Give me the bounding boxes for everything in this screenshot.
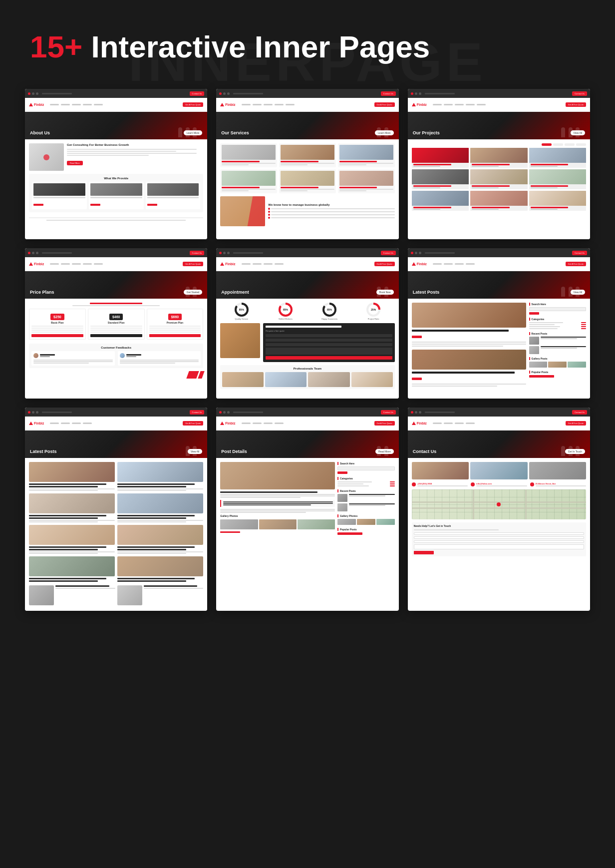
contact-input-phone[interactable]: [414, 540, 584, 543]
about-line: [67, 153, 197, 154]
search-input[interactable]: [529, 307, 586, 311]
appt-input-name[interactable]: [266, 334, 392, 337]
appt-submit-btn[interactable]: [266, 356, 392, 360]
project-label: [412, 206, 469, 211]
contact-input-name[interactable]: [414, 532, 584, 535]
category-item: [337, 483, 395, 484]
post-img: [29, 556, 115, 576]
appt-input-email[interactable]: [266, 339, 392, 342]
card-contact-us[interactable]: Contact Us Finbiz Get A Free Quote: [408, 408, 590, 611]
project-item[interactable]: [470, 191, 527, 211]
project-item[interactable]: [470, 148, 527, 168]
contact-submit-btn[interactable]: [414, 551, 434, 554]
filter-planning[interactable]: [576, 143, 586, 146]
appt-input-phone[interactable]: [266, 343, 392, 346]
check-dot: [268, 208, 270, 210]
post-line: [220, 512, 306, 513]
plan-btn[interactable]: [149, 334, 201, 337]
topbar-dot-2: [36, 92, 38, 95]
plan-name: Premium Plan: [149, 321, 201, 324]
project-item[interactable]: [529, 169, 586, 189]
search-btn[interactable]: [337, 471, 347, 474]
team-photo: [308, 372, 349, 387]
nav-link: [83, 104, 92, 105]
gallery-item: [337, 519, 356, 525]
filter-all[interactable]: [542, 143, 552, 146]
filter-business[interactable]: [553, 143, 563, 146]
project-title: [413, 207, 451, 208]
service-btn[interactable]: [147, 204, 157, 206]
project-item[interactable]: [529, 191, 586, 211]
search-btn[interactable]: [529, 312, 539, 315]
small-post-text: [55, 585, 115, 605]
post-tag[interactable]: [412, 336, 422, 338]
service-btn[interactable]: [33, 204, 43, 206]
project-item[interactable]: [412, 148, 469, 168]
post-title: [117, 546, 195, 548]
search-input[interactable]: [337, 466, 395, 470]
check-dot: [268, 217, 270, 219]
nav-link: [477, 104, 486, 105]
team-photos: [222, 372, 392, 387]
project-img: [529, 191, 586, 206]
plans-header-line: [90, 303, 142, 304]
card-our-projects[interactable]: Contact Us Finbiz Get A Free Quote: [408, 89, 590, 239]
about-btn[interactable]: Read More: [67, 161, 83, 165]
contact-form: Needs Help? Let's Get in Touch: [412, 522, 586, 556]
card-nav-links: [433, 423, 475, 424]
map-road-v: [473, 489, 474, 519]
stat-value: 85%: [283, 308, 288, 311]
project-item[interactable]: [412, 191, 469, 211]
project-title: [413, 164, 451, 165]
card-price-plans[interactable]: Contact Us Finbiz Get A Free Quote: [25, 248, 207, 399]
project-item[interactable]: [412, 169, 469, 189]
popular-label: [220, 531, 240, 533]
card-nav-cta: Contact Us: [381, 251, 396, 255]
project-item[interactable]: [470, 169, 527, 189]
card-post-details[interactable]: Contact Us Finbiz Get A Free Quote: [216, 408, 398, 611]
card-cta-btn: Get A Free Quote: [566, 262, 586, 266]
contact-input-email[interactable]: [414, 536, 584, 539]
card-our-services[interactable]: Contact Us Finbiz Get A Free Quote: [216, 89, 398, 239]
widget-title: Recent Posts: [529, 332, 586, 335]
post-text: [117, 551, 203, 552]
plan-standard[interactable]: $460 Standard Plan: [88, 309, 145, 340]
appointment-form-section: Request a free quote: [220, 323, 394, 362]
card-logo: Finbiz: [29, 262, 44, 266]
card-latest-posts-2[interactable]: Contact Us Finbiz Get A Free Quote: [25, 408, 207, 611]
plan-btn[interactable]: [90, 334, 142, 337]
plan-feature: [31, 328, 83, 329]
plan-basic[interactable]: $250 Basic Plan: [29, 309, 86, 340]
team-photo: [222, 372, 264, 387]
card-nav-links: [433, 263, 475, 265]
card-hero-about: About Us Learn More: [25, 112, 207, 139]
post-tag-2[interactable]: [412, 378, 422, 380]
card-cta-btn: Get A Free Quote: [566, 102, 586, 107]
filter-finance[interactable]: [565, 143, 575, 146]
posts-main: [412, 303, 526, 388]
card-topbar: Contact Us: [408, 408, 590, 417]
plan-btn[interactable]: [31, 334, 83, 337]
project-item[interactable]: [529, 148, 586, 168]
plan-feature: [31, 326, 83, 327]
recent-img: [337, 503, 347, 511]
service-btn[interactable]: [90, 204, 100, 206]
widget-recent: Recent Posts: [529, 332, 586, 354]
project-title: [472, 185, 510, 187]
card-appointment[interactable]: Contact Us Finbiz Get A Free Quote: [216, 248, 398, 399]
card-about-us[interactable]: Contact Us Finbiz Get A Free Quote: [25, 89, 207, 239]
plan-premium[interactable]: $660 Premium Plan: [147, 309, 204, 340]
post-col-4: [117, 493, 203, 522]
project-label: [470, 206, 527, 211]
nav-link: [264, 104, 273, 105]
card-latest-posts-1[interactable]: Contact Us Finbiz Get A Free Quote: [408, 248, 590, 399]
post-title-2: [412, 372, 515, 374]
appt-input-message[interactable]: [266, 348, 392, 355]
post-title-2: [117, 549, 186, 550]
contact-input-message[interactable]: [414, 544, 584, 549]
map-road-v: [525, 489, 527, 519]
logo-triangle: [220, 262, 224, 266]
logo-triangle: [220, 103, 224, 106]
popular-btn[interactable]: [529, 375, 554, 378]
popular-btn[interactable]: [337, 532, 362, 535]
